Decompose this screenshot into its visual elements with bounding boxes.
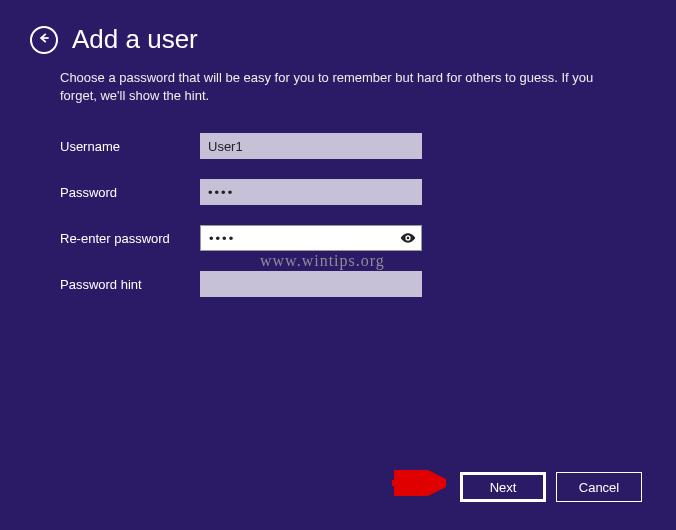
page-title: Add a user — [72, 24, 198, 55]
watermark-text: www.wintips.org — [260, 252, 385, 270]
password-hint-input[interactable] — [200, 271, 422, 297]
username-label: Username — [60, 139, 200, 154]
cancel-button[interactable]: Cancel — [556, 472, 642, 502]
password-input[interactable] — [200, 179, 422, 205]
password-hint-label: Password hint — [60, 277, 200, 292]
red-arrow-icon — [390, 470, 446, 500]
page-description: Choose a password that will be easy for … — [0, 63, 676, 105]
reveal-password-icon[interactable] — [400, 230, 416, 246]
next-button[interactable]: Next — [460, 472, 546, 502]
reenter-password-input[interactable] — [200, 225, 422, 251]
username-input[interactable] — [200, 133, 422, 159]
reenter-password-label: Re-enter password — [60, 231, 200, 246]
password-label: Password — [60, 185, 200, 200]
back-button[interactable] — [30, 26, 58, 54]
back-arrow-icon — [37, 31, 51, 49]
